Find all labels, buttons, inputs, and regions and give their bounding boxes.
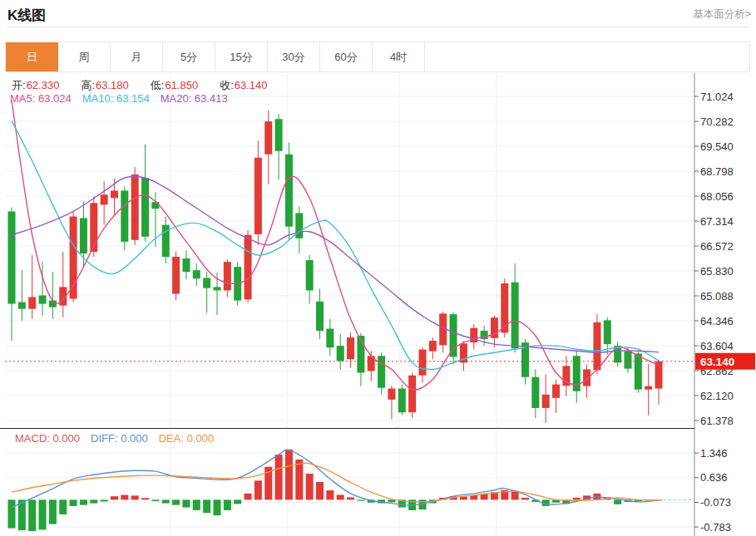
svg-text:67.314: 67.314 [700,215,734,228]
svg-text:-0.783: -0.783 [700,521,731,534]
macd-item: DIFF: 0.000 [91,432,148,445]
macd-histogram [8,450,663,531]
svg-text:68.056: 68.056 [700,190,734,203]
ma-item: MA20: 63.413 [161,92,228,105]
ohlc-item: 开:62.330 [12,79,70,91]
kline-page: 71.02470.28269.54068.79868.05667.31466.5… [0,0,756,536]
macd-item: DEA: 0.000 [159,432,215,445]
ohlc-item: 高:63.180 [81,79,139,91]
svg-text:65.830: 65.830 [700,265,734,278]
gridlines [5,73,694,536]
current-price-badge: 63.140 [695,353,755,370]
candlestick-series [8,111,663,423]
tab-60min[interactable]: 60分 [320,42,373,71]
svg-text:65.088: 65.088 [700,290,734,302]
svg-text:70.282: 70.282 [700,116,734,128]
ohlc-item: 低:61.850 [151,79,209,91]
ohlc-legend: 开:62.330高:63.180低:61.850收:63.140 [12,78,289,93]
macd-item: MACD: 0.000 [15,432,80,445]
fundamental-analysis-link[interactable]: 基本面分析> [693,7,751,22]
svg-text:64.346: 64.346 [700,315,734,327]
ma-item: MA5: 63.024 [10,92,72,105]
page-title: K线图 [7,6,46,25]
ma-item: MA10: 63.154 [82,92,150,105]
tab-4hour[interactable]: 4时 [373,42,425,71]
tab-30min[interactable]: 30分 [268,42,320,71]
tab-day[interactable]: 日 [6,42,58,71]
svg-text:1.346: 1.346 [700,447,728,460]
tab-month[interactable]: 月 [111,42,163,71]
svg-text:66.572: 66.572 [700,240,734,253]
period-tabbar: 日周月5分15分30分60分4时 [5,42,750,72]
macd-legend: MACD: 0.000DIFF: 0.000DEA: 0.000 [15,432,225,445]
svg-text:-0.073: -0.073 [700,496,731,509]
diff-line [12,450,659,507]
svg-text:0.636: 0.636 [700,471,728,484]
svg-text:61.378: 61.378 [700,415,734,427]
tab-5min[interactable]: 5分 [163,42,215,71]
ohlc-item: 收:63.140 [220,79,278,91]
ma20-line [12,176,659,352]
svg-text:69.540: 69.540 [700,140,734,153]
ma-legend: MA5: 63.024MA10: 63.154MA20: 63.413 [10,92,239,105]
svg-text:63.604: 63.604 [700,340,734,352]
header-divider [7,27,751,27]
svg-text:71.024: 71.024 [700,91,734,103]
price-axis: 71.02470.28269.54068.79868.05667.31466.5… [694,73,734,536]
svg-text:63.140: 63.140 [700,356,734,368]
tab-15min[interactable]: 15分 [215,42,268,71]
svg-text:62.120: 62.120 [700,390,734,402]
svg-text:68.798: 68.798 [700,165,734,178]
tab-week[interactable]: 周 [58,42,111,71]
